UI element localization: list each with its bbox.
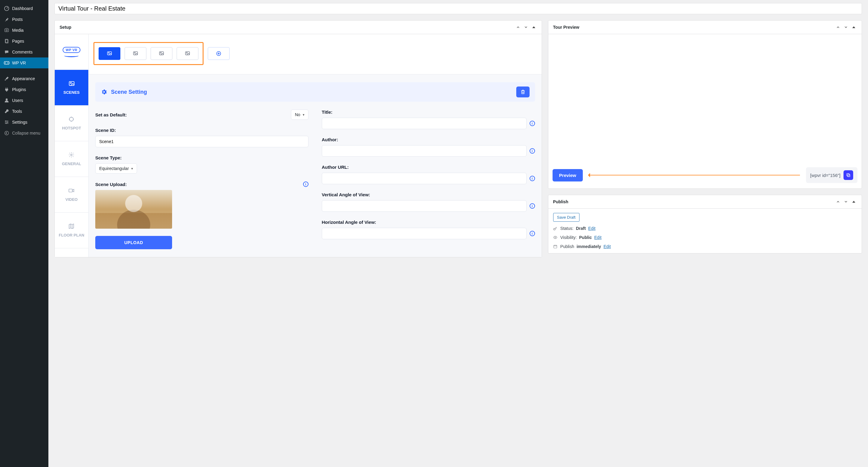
tab-floorplan[interactable]: FLOOR PLAN [55,213,88,248]
sidebar-item-appearance[interactable]: Appearance [0,73,49,84]
scene-id-input[interactable] [95,136,309,147]
publish-panel: Publish Save Draft Status: Draft Edit [548,195,862,253]
field-label: Title: [322,110,535,115]
set-default-select[interactable]: No▾ [291,110,309,120]
field-haov: Horizontal Angle of View: i [322,220,535,239]
scene-setting-header: Scene Setting [95,82,535,102]
setup-panel: Setup WP VR [55,20,542,257]
calendar-icon [553,244,558,249]
delete-scene-button[interactable] [516,87,530,97]
svg-point-5 [5,63,6,64]
publish-status-row: Status: Draft Edit [553,226,857,231]
svg-point-11 [5,131,9,135]
preview-button[interactable]: Preview [553,169,583,182]
chevron-down-icon[interactable] [843,199,849,205]
info-icon[interactable]: i [530,203,535,209]
scene-type-select[interactable]: Equirectangular▾ [95,163,137,174]
chevron-down-icon[interactable] [523,24,529,30]
sidebar-item-posts[interactable]: Posts [0,14,49,25]
image-icon [68,81,75,87]
svg-point-6 [7,63,8,64]
info-icon[interactable]: i [530,148,535,154]
sidebar-item-label: Media [12,28,24,33]
scene-thumb-2[interactable] [125,47,146,60]
svg-point-7 [6,99,7,100]
pages-icon [4,38,10,44]
info-icon[interactable]: i [530,231,535,236]
edit-schedule-link[interactable]: Edit [603,244,611,249]
sidebar-item-settings[interactable]: Settings [0,117,49,128]
field-label: Scene Type: [95,155,309,160]
publish-schedule-row: Publish immediately Edit [553,244,857,249]
scene-thumb-4[interactable] [177,47,198,60]
tab-label: GENERAL [62,161,81,166]
status-value: Draft [576,226,586,231]
sidebar-item-pages[interactable]: Pages [0,36,49,46]
svg-point-8 [5,120,6,121]
scene-title-input[interactable] [322,118,527,129]
field-scene-id: Scene ID: [95,128,309,147]
sidebar-item-label: Collapse menu [12,131,40,135]
author-input[interactable] [322,145,527,157]
chevron-up-icon[interactable] [515,24,521,30]
sidebar-item-wpvr[interactable]: WP VR [0,58,49,68]
sidebar-item-label: Settings [12,120,28,125]
info-icon[interactable]: i [303,182,309,187]
vaov-input[interactable] [322,200,527,212]
tab-hotspot[interactable]: HOTSPOT [55,105,88,141]
sidebar-item-tools[interactable]: Tools [0,106,49,117]
wpvr-logo: WP VR [55,34,88,70]
chevron-up-icon[interactable] [835,199,841,205]
user-icon [4,97,10,103]
tab-video[interactable]: VIDEO [55,177,88,213]
field-title: Title: i [322,110,535,129]
tab-scenes[interactable]: SCENES [55,70,88,105]
publish-visibility-row: Visibility: Public Edit [553,235,857,240]
svg-point-13 [70,82,71,84]
caret-up-icon[interactable] [851,24,857,30]
sidebar-item-label: Appearance [12,76,35,81]
sidebar-item-dashboard[interactable]: Dashboard [0,3,49,14]
plug-icon [4,87,10,93]
svg-point-20 [134,52,135,53]
field-label: Set as Default: [95,112,127,117]
field-label: Scene Upload: [95,182,127,187]
panel-title: Tour Preview [553,25,580,30]
field-label: Vertical Angle of View: [322,192,535,197]
info-icon[interactable]: i [530,176,535,181]
sidebar-item-comments[interactable]: Comments [0,46,49,58]
sidebar-item-label: Plugins [12,87,26,92]
field-label: Scene ID: [95,128,309,133]
add-scene-button[interactable] [208,47,229,60]
sidebar-item-users[interactable]: Users [0,95,49,106]
field-vaov: Vertical Angle of View: i [322,192,535,212]
caret-up-icon[interactable] [531,24,537,30]
vr-icon [4,60,10,66]
info-icon[interactable]: i [530,121,535,126]
edit-visibility-link[interactable]: Edit [594,235,601,240]
upload-button[interactable]: UPLOAD [95,236,172,249]
chevron-down-icon: ▾ [303,113,305,117]
sidebar-item-media[interactable]: Media [0,25,49,36]
sidebar-collapse[interactable]: Collapse menu [0,128,49,138]
field-label: Horizontal Angle of View: [322,220,535,225]
haov-input[interactable] [322,228,527,239]
sidebar-item-plugins[interactable]: Plugins [0,84,49,95]
scene-thumb-1[interactable] [99,47,120,60]
author-url-input[interactable] [322,173,527,184]
key-icon [553,226,558,230]
svg-point-15 [70,154,72,156]
select-value: Equirectangular [99,166,129,171]
save-draft-button[interactable]: Save Draft [553,213,580,222]
edit-status-link[interactable]: Edit [588,226,595,231]
field-label: Author URL: [322,164,535,170]
caret-up-icon[interactable] [851,199,857,205]
tab-general[interactable]: GENERAL [55,141,88,177]
chevron-down-icon[interactable] [843,24,849,30]
tour-title-input[interactable] [55,3,862,14]
field-label: Publish [560,244,574,249]
svg-point-28 [554,228,555,230]
scene-thumb-3[interactable] [151,47,173,60]
chevron-up-icon[interactable] [835,24,841,30]
copy-shortcode-button[interactable] [843,170,853,180]
